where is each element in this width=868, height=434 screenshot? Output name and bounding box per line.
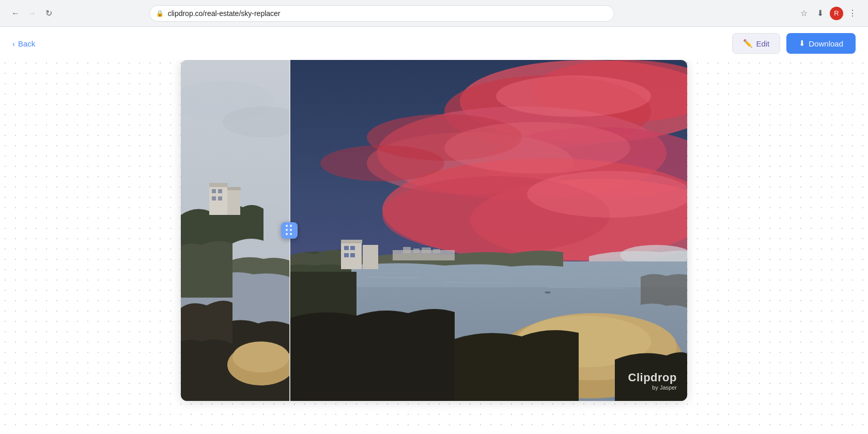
image-wrapper: Clipdrop by Jasper (181, 60, 687, 401)
svg-rect-38 (350, 246, 355, 250)
menu-button[interactable]: ⋮ (845, 6, 860, 21)
svg-rect-39 (344, 253, 349, 257)
svg-rect-10 (218, 189, 222, 193)
replaced-scene-svg (289, 60, 687, 401)
browser-chrome: ← → ↻ 🔒 clipdrop.co/real-estate/sky-repl… (0, 0, 868, 27)
edit-button[interactable]: ✏️ Edit (732, 33, 780, 54)
svg-rect-42 (403, 247, 411, 253)
reload-button[interactable]: ↻ (41, 6, 56, 21)
svg-rect-7 (209, 183, 228, 187)
app-content: ‹ Back ✏️ Edit ⬇ Download (0, 27, 868, 434)
lock-icon: 🔒 (156, 10, 164, 17)
browser-actions: ☆ ⬇ R ⋮ (797, 6, 860, 21)
original-image-panel (181, 60, 289, 401)
svg-rect-12 (218, 196, 222, 200)
watermark: Clipdrop by Jasper (628, 371, 677, 391)
svg-point-14 (233, 342, 289, 373)
svg-rect-45 (433, 249, 440, 253)
watermark-attribution: by Jasper (628, 384, 677, 391)
bookmark-button[interactable]: ☆ (797, 6, 811, 21)
user-avatar[interactable]: R (830, 7, 843, 20)
image-container: Clipdrop by Jasper (181, 60, 687, 401)
back-button[interactable]: ‹ Back (12, 39, 35, 48)
comparison-drag-handle[interactable] (281, 222, 298, 239)
svg-rect-9 (212, 189, 216, 193)
svg-rect-11 (212, 196, 216, 200)
back-chevron-icon: ‹ (12, 39, 15, 48)
download-label: Download (809, 39, 843, 48)
url-text: clipdrop.co/real-estate/sky-replacer (168, 9, 608, 18)
top-bar-actions: ✏️ Edit ⬇ Download (732, 33, 856, 54)
address-bar[interactable]: 🔒 clipdrop.co/real-estate/sky-replacer (149, 5, 614, 22)
svg-point-49 (545, 291, 551, 293)
back-nav-button[interactable]: ← (8, 6, 23, 21)
svg-rect-6 (227, 188, 240, 215)
download-button[interactable]: ⬇ Download (786, 33, 856, 54)
browser-download-button[interactable]: ⬇ (813, 6, 828, 21)
svg-rect-36 (341, 240, 362, 243)
original-scene-svg (181, 60, 289, 401)
svg-rect-40 (350, 253, 355, 257)
forward-nav-button[interactable]: → (25, 6, 39, 21)
svg-point-28 (444, 122, 630, 174)
nav-buttons: ← → ↻ (8, 6, 56, 21)
drag-handle-dots (286, 225, 293, 236)
watermark-brand: Clipdrop (628, 371, 677, 384)
edit-label: Edit (756, 39, 769, 48)
back-label: Back (18, 39, 35, 48)
svg-point-26 (320, 145, 444, 181)
svg-point-27 (496, 75, 651, 117)
replaced-image-panel (289, 60, 687, 401)
svg-point-29 (527, 171, 687, 218)
svg-rect-37 (344, 246, 349, 250)
top-bar: ‹ Back ✏️ Edit ⬇ Download (0, 27, 868, 60)
svg-rect-35 (363, 245, 378, 269)
svg-rect-43 (413, 249, 420, 253)
edit-icon: ✏️ (743, 39, 753, 48)
svg-rect-8 (227, 187, 241, 190)
download-icon: ⬇ (799, 39, 805, 48)
svg-rect-44 (422, 247, 431, 253)
